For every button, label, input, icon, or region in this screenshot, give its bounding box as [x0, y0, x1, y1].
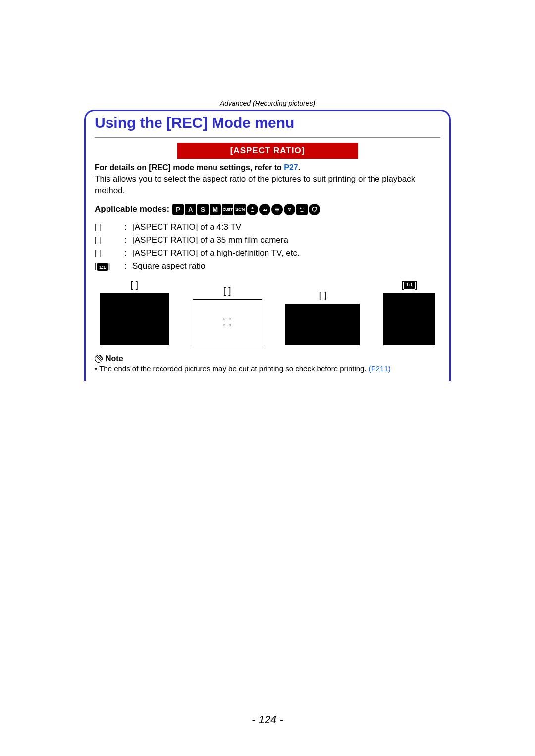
- ratio-bracket: [1:1]: [95, 260, 124, 273]
- page-title: Using the [REC] Mode menu: [95, 114, 449, 131]
- bunny-placeholder: ᵖ ᵠᵇ ᵈ: [223, 316, 231, 330]
- ratio-text: Square aspect ratio: [132, 260, 303, 273]
- note-heading: Note: [95, 354, 440, 363]
- thumb-label: [ ]: [130, 279, 138, 290]
- thumbnail-row: [ ] [ ] ᵖ ᵠᵇ ᵈ [ ] [1:1]: [95, 279, 440, 345]
- one-one-icon: 1:1: [97, 263, 108, 271]
- page-number: - 124 -: [0, 713, 535, 726]
- note-link[interactable]: (P211): [369, 364, 391, 373]
- description: This allows you to select the aspect rat…: [95, 174, 415, 195]
- mode-scn-icon: SCN: [234, 204, 246, 215]
- title-underline: [95, 137, 440, 138]
- ratio-item: [1:1] : Square aspect ratio: [95, 260, 303, 273]
- mode-night-icon: [296, 204, 308, 215]
- ratio-bracket: [ ]: [95, 234, 124, 247]
- ratio-colon: :: [124, 247, 132, 260]
- thumb-169-image: [285, 304, 360, 345]
- thumb-11-col: [1:1]: [383, 279, 435, 345]
- thumb-label: [ ]: [319, 290, 326, 301]
- ratio-bracket: [ ]: [95, 221, 124, 234]
- note-text: • The ends of the recorded pictures may …: [95, 364, 440, 373]
- ratio-text: [ASPECT RATIO] of a 35 mm film camera: [132, 234, 303, 247]
- applicable-label: Applicable modes:: [95, 204, 169, 214]
- mode-m-icon: M: [210, 204, 221, 215]
- ratio-colon: :: [124, 260, 132, 273]
- details-prefix: For details on [REC] mode menu settings,…: [95, 163, 284, 172]
- mode-other-icon: [309, 204, 320, 215]
- thumb-169-col: [ ]: [285, 290, 360, 345]
- mode-landscape-icon: [259, 204, 270, 215]
- ratio-colon: :: [124, 221, 132, 234]
- thumb-32-image: ᵖ ᵠᵇ ᵈ: [193, 299, 262, 345]
- ratio-bracket: [ ]: [95, 247, 124, 260]
- svg-point-2: [288, 208, 290, 209]
- ratio-item: [ ] : [ASPECT RATIO] of a 35 mm film cam…: [95, 234, 303, 247]
- ratio-text: [ASPECT RATIO] of a 4:3 TV: [132, 221, 303, 234]
- svg-point-5: [300, 207, 302, 209]
- svg-point-4: [289, 209, 290, 211]
- mode-portrait-icon: [247, 204, 258, 215]
- thumb-43-col: [ ]: [100, 279, 169, 345]
- applicable-modes-row: Applicable modes: P A S M CUST SCN: [95, 204, 440, 215]
- details-link[interactable]: P27: [284, 163, 298, 172]
- thumb-43-image: [100, 293, 169, 345]
- mode-s-icon: S: [197, 204, 209, 215]
- thumb-label: [1:1]: [401, 279, 418, 290]
- mode-cust-icon: CUST: [222, 204, 233, 215]
- ratio-list: [ ] : [ASPECT RATIO] of a 4:3 TV [ ] : […: [95, 221, 303, 273]
- section-ribbon: [ASPECT RATIO]: [177, 143, 358, 159]
- details-line: For details on [REC] mode menu settings,…: [95, 162, 440, 197]
- ratio-colon: :: [124, 234, 132, 247]
- mode-p-icon: P: [172, 204, 184, 215]
- note-label: Note: [106, 354, 123, 363]
- svg-point-3: [290, 208, 291, 209]
- ratio-item: [ ] : [ASPECT RATIO] of a 4:3 TV: [95, 221, 303, 234]
- mode-sport-icon: [271, 204, 283, 215]
- content-frame: Using the [REC] Mode menu [ASPECT RATIO]…: [84, 110, 451, 381]
- ratio-item: [ ] : [ASPECT RATIO] of a high-definitio…: [95, 247, 303, 260]
- thumb-label: [ ]: [223, 285, 231, 296]
- details-suffix: .: [298, 163, 300, 172]
- note-bullet: • The ends of the recorded pictures may …: [95, 364, 369, 373]
- manual-page: Advanced (Recording pictures) Using the …: [0, 0, 535, 756]
- thumb-32-col: [ ] ᵖ ᵠᵇ ᵈ: [193, 285, 262, 345]
- section-header: Advanced (Recording pictures): [84, 99, 451, 107]
- ratio-text: [ASPECT RATIO] of a high-definition TV, …: [132, 247, 303, 260]
- thumb-11-image: [383, 293, 435, 345]
- mode-a-icon: A: [185, 204, 196, 215]
- one-one-icon: 1:1: [404, 281, 415, 289]
- mode-icons: P A S M CUST SCN: [172, 204, 320, 215]
- mode-closeup-icon: [284, 204, 295, 215]
- svg-point-0: [252, 207, 254, 209]
- note-icon: [95, 355, 103, 363]
